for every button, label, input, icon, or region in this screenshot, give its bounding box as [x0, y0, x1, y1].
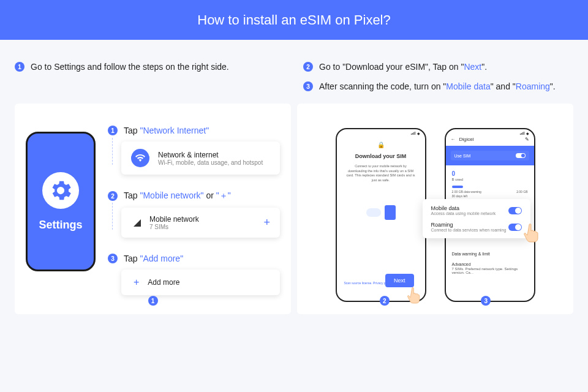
mobile-data-link: Mobile data	[446, 81, 490, 91]
status-bar: ◆	[337, 129, 425, 137]
svg-marker-0	[134, 219, 141, 227]
step-badge-3: 3	[303, 81, 313, 91]
instructions-row: 1 Go to Settings and follow the steps on…	[0, 40, 588, 104]
instruction-text: After scanning the code, turn on "Mobile…	[319, 81, 556, 91]
carrier-name: Digicel	[459, 137, 474, 142]
download-sim-phone-mock: ◆ 🔒 Download your SIM Connect to your mo…	[336, 128, 426, 302]
page-title: How to install an eSIM on Pixel?	[197, 12, 391, 28]
toggle-overlay-card: Mobile dataAccess data using mobile netw…	[423, 199, 530, 238]
status-bar: ◆	[446, 129, 534, 137]
substep-1: 1 Tap "Network Internet" Network & inter…	[108, 126, 280, 175]
step-badge-2: 2	[303, 62, 313, 72]
mock-description: Connect to your mobile network by downlo…	[345, 164, 417, 183]
step-badge-1: 1	[15, 62, 24, 72]
hand-pointer-icon	[523, 222, 541, 243]
substep-badge: 3	[108, 254, 118, 263]
card-title: Add more	[148, 278, 179, 287]
lock-icon: 🔒	[377, 141, 385, 148]
toggle-on-icon	[508, 224, 522, 231]
card-subtitle: 7 SIMs	[149, 224, 199, 230]
instruction-text: Go to Settings and follow the steps on t…	[31, 62, 229, 72]
mock-title: Download your SIM	[355, 153, 407, 159]
back-icon[interactable]: ←	[451, 137, 456, 142]
sim-illustration	[356, 200, 405, 225]
gear-icon-circle	[42, 172, 79, 209]
wifi-icon	[131, 149, 149, 167]
instruction-text: Go to "Download your eSIM", Tap on "Next…	[319, 62, 487, 72]
substeps-column: 1 Tap "Network Internet" Network & inter…	[108, 126, 280, 302]
panel-badge-3: 3	[481, 296, 491, 306]
card-subtitle: Wi-Fi, mobile, data usage, and hotspot	[158, 159, 263, 166]
toggle-icon	[516, 153, 526, 158]
card-title: Mobile network	[149, 215, 199, 224]
card-title: Network & internet	[158, 151, 263, 159]
roaming-toggle-row[interactable]: RoamingConnect to data services when roa…	[431, 222, 522, 232]
edit-icon[interactable]: ✎	[525, 137, 529, 142]
next-button[interactable]: Next	[385, 274, 414, 287]
settings-phone-mock: Settings	[26, 132, 96, 271]
panel-badge-1: 1	[148, 296, 158, 306]
panel-badge-2: 2	[380, 296, 390, 306]
data-usage-bar	[452, 186, 463, 188]
instruction-right: 2 Go to "Download your eSIM", Tap on "Ne…	[303, 62, 573, 91]
roaming-link: Roaming	[516, 81, 550, 91]
add-more-card[interactable]: + Add more	[121, 270, 280, 295]
panels-row: Settings 1 Tap "Network Internet" Networ…	[0, 104, 588, 314]
substep-badge: 1	[108, 126, 118, 135]
page-header: How to install an eSIM on Pixel?	[0, 0, 588, 40]
settings-label: Settings	[39, 219, 82, 232]
plus-icon[interactable]: +	[263, 216, 270, 229]
mobile-data-toggle-row[interactable]: Mobile dataAccess data using mobile netw…	[431, 205, 522, 216]
toggle-on-icon	[508, 207, 522, 214]
mobile-network-card[interactable]: Mobile network 7 SIMs +	[121, 208, 280, 238]
gear-icon	[48, 178, 74, 203]
substep-2: 2 Tap "Mobile network" or "＋" Mobile net…	[108, 190, 280, 238]
panel-steps-2-3: ◆ 🔒 Download your SIM Connect to your mo…	[297, 104, 573, 314]
plus-icon: +	[134, 277, 139, 288]
next-link: Next	[464, 62, 481, 72]
substep-badge: 2	[108, 191, 118, 201]
instruction-left: 1 Go to Settings and follow the steps on…	[15, 62, 285, 91]
signal-icon	[134, 219, 141, 227]
network-internet-card[interactable]: Network & internet Wi-Fi, mobile, data u…	[121, 141, 280, 175]
mock-footer-links: Scan source license. Privacy path	[344, 281, 390, 285]
panel-step-1: Settings 1 Tap "Network Internet" Networ…	[15, 104, 291, 314]
substep-3: 3 Tap "Add more" + Add more	[108, 254, 280, 295]
use-sim-toggle-row[interactable]: Use SIM	[451, 151, 529, 160]
